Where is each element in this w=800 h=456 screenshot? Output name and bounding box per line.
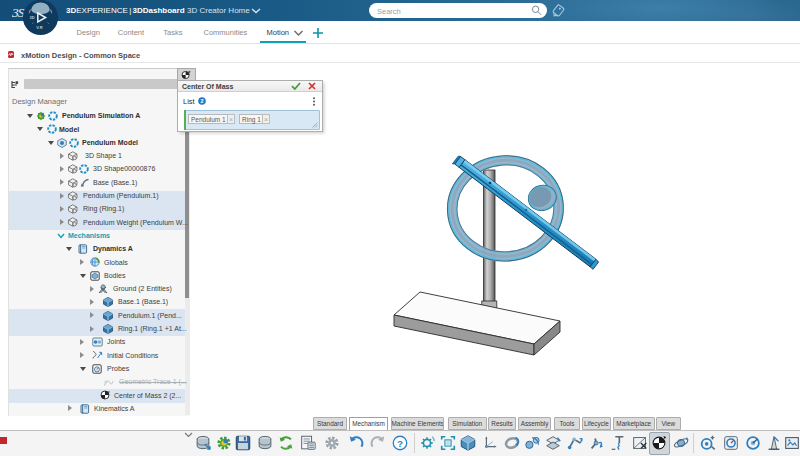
svg-text:?: ? bbox=[397, 438, 403, 449]
svg-text:V.R: V.R bbox=[36, 25, 42, 30]
svg-text:2: 2 bbox=[200, 98, 203, 104]
svg-text:3D: 3D bbox=[30, 15, 35, 20]
